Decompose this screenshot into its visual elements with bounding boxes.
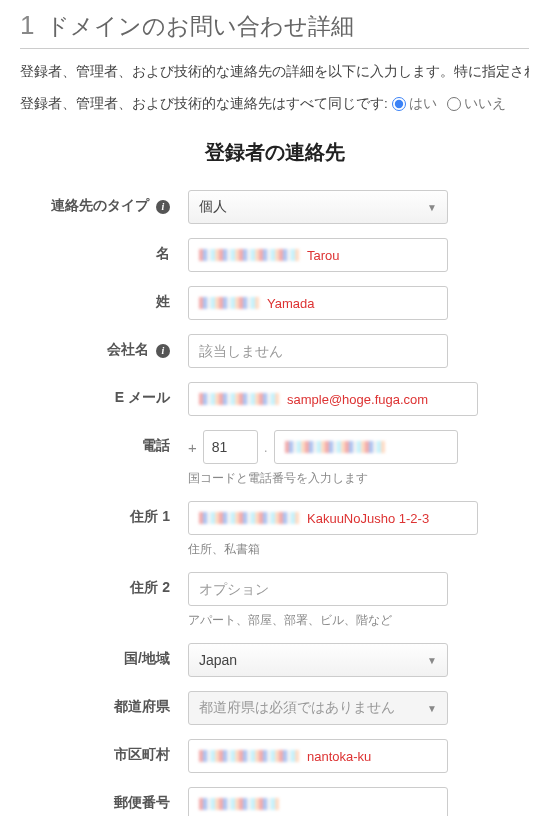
chevron-down-icon: ▼ (427, 655, 437, 666)
country-value: Japan (199, 652, 237, 668)
email-note: sample@hoge.fuga.com (287, 392, 428, 407)
obscured-text (199, 798, 279, 810)
step-number: 1 (20, 10, 34, 41)
obscured-text (199, 750, 299, 762)
last-name-input[interactable]: Yamada (188, 286, 448, 320)
radio-no-text: いいえ (464, 95, 506, 113)
first-name-input[interactable]: Tarou (188, 238, 448, 272)
plus-sign: + (188, 439, 197, 456)
state-placeholder: 都道府県は必須ではありません (199, 699, 395, 717)
city-note: nantoka-ku (307, 749, 371, 764)
radio-yes[interactable] (392, 97, 406, 111)
email-input[interactable]: sample@hoge.fuga.com (188, 382, 478, 416)
chevron-down-icon: ▼ (427, 202, 437, 213)
last-name-label: 姓 (20, 286, 170, 311)
state-label: 都道府県 (20, 691, 170, 716)
postal-label: 郵便番号 (20, 787, 170, 812)
addr1-hint: 住所、私書箱 (188, 541, 529, 558)
page-description: 登録者、管理者、および技術的な連絡先の詳細を以下に入力します。特に指定されない (20, 63, 529, 81)
postal-input[interactable] (188, 787, 448, 816)
addr2-input[interactable] (188, 572, 448, 606)
email-label: E メール (20, 382, 170, 407)
phone-number-input[interactable] (274, 430, 458, 464)
country-select[interactable]: Japan ▼ (188, 643, 448, 677)
same-contacts-radio-group: はい いいえ (392, 95, 506, 113)
page-title-row: 1 ドメインのお問い合わせ詳細 (20, 10, 529, 49)
addr2-hint: アパート、部屋、部署、ビル、階など (188, 612, 529, 629)
company-label: 会社名 i (20, 334, 170, 359)
country-code-value: 81 (212, 439, 228, 455)
contact-type-label: 連絡先のタイプ i (20, 190, 170, 215)
country-code-input[interactable]: 81 (203, 430, 258, 464)
obscured-text (199, 297, 259, 309)
city-input[interactable]: nantoka-ku (188, 739, 448, 773)
section-title: 登録者の連絡先 (20, 139, 529, 166)
same-contacts-label: 登録者、管理者、および技術的な連絡先はすべて同じです: (20, 95, 388, 113)
radio-yes-label[interactable]: はい (392, 95, 437, 113)
contact-form: 連絡先のタイプ i 個人 ▼ 名 Tarou 姓 Yamada 会社名 i E … (20, 190, 529, 816)
radio-yes-text: はい (409, 95, 437, 113)
first-name-label: 名 (20, 238, 170, 263)
obscured-text (199, 249, 299, 261)
addr1-note: KakuuNoJusho 1-2-3 (307, 511, 429, 526)
city-label: 市区町村 (20, 739, 170, 764)
obscured-text (285, 441, 385, 453)
phone-row: + 81 . (188, 430, 529, 464)
last-name-note: Yamada (267, 296, 314, 311)
info-icon[interactable]: i (156, 344, 170, 358)
phone-hint: 国コードと電話番号を入力します (188, 470, 529, 487)
contact-type-value: 個人 (199, 198, 227, 216)
info-icon[interactable]: i (156, 200, 170, 214)
contact-type-select[interactable]: 個人 ▼ (188, 190, 448, 224)
first-name-note: Tarou (307, 248, 340, 263)
addr1-input[interactable]: KakuuNoJusho 1-2-3 (188, 501, 478, 535)
phone-label: 電話 (20, 430, 170, 455)
dash: . (264, 439, 268, 455)
radio-no-label[interactable]: いいえ (447, 95, 506, 113)
addr2-label: 住所 2 (20, 572, 170, 597)
page-title: ドメインのお問い合わせ詳細 (46, 11, 354, 42)
addr1-label: 住所 1 (20, 501, 170, 526)
obscured-text (199, 393, 279, 405)
company-input[interactable] (188, 334, 448, 368)
same-contacts-question: 登録者、管理者、および技術的な連絡先はすべて同じです: はい いいえ (20, 95, 529, 113)
radio-no[interactable] (447, 97, 461, 111)
country-label: 国/地域 (20, 643, 170, 668)
state-select[interactable]: 都道府県は必須ではありません ▼ (188, 691, 448, 725)
obscured-text (199, 512, 299, 524)
chevron-down-icon: ▼ (427, 703, 437, 714)
